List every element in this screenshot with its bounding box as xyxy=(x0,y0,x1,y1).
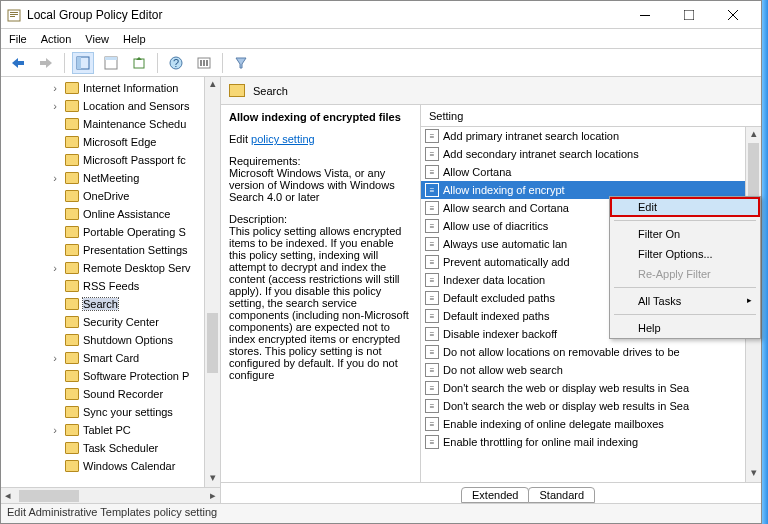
titlebar[interactable]: Local Group Policy Editor xyxy=(1,1,761,29)
context-menu-item[interactable]: All Tasks▸ xyxy=(610,291,760,311)
tree-item[interactable]: RSS Feeds xyxy=(1,277,220,295)
svg-rect-9 xyxy=(40,61,47,65)
tree-item[interactable]: Windows Calendar xyxy=(1,457,220,475)
back-button[interactable] xyxy=(7,52,29,74)
folder-icon xyxy=(65,208,79,220)
minimize-button[interactable] xyxy=(623,1,667,29)
show-tree-button[interactable] xyxy=(72,52,94,74)
tree-item[interactable]: Online Assistance xyxy=(1,205,220,223)
tree-item[interactable]: Sync your settings xyxy=(1,403,220,421)
tab-extended[interactable]: Extended xyxy=(461,487,529,503)
context-menu-item[interactable]: Help xyxy=(610,318,760,338)
list-item[interactable]: ≡Don't search the web or display web res… xyxy=(421,397,745,415)
svg-rect-5 xyxy=(684,10,694,20)
svg-text:?: ? xyxy=(173,57,179,69)
list-item-label: Do not allow locations on removable driv… xyxy=(443,346,680,358)
context-menu-item[interactable]: Filter Options... xyxy=(610,244,760,264)
folder-icon xyxy=(65,82,79,94)
scroll-thumb[interactable] xyxy=(207,313,218,373)
tree-vertical-scrollbar[interactable]: ▴ ▾ xyxy=(204,77,220,487)
list-item[interactable]: ≡Enable indexing of online delegate mail… xyxy=(421,415,745,433)
list-item[interactable]: ≡Add primary intranet search location xyxy=(421,127,745,145)
tree-item[interactable]: Microsoft Edge xyxy=(1,133,220,151)
context-menu-item[interactable]: Edit xyxy=(610,197,760,217)
folder-icon xyxy=(65,172,79,184)
scroll-down-arrow[interactable]: ▾ xyxy=(746,466,761,482)
scroll-up-arrow[interactable]: ▴ xyxy=(205,77,220,93)
tree-item[interactable]: ›Internet Information xyxy=(1,79,220,97)
tree-item[interactable]: Search xyxy=(1,295,220,313)
tab-standard[interactable]: Standard xyxy=(528,487,595,503)
tree-item[interactable]: ›Remote Desktop Serv xyxy=(1,259,220,277)
folder-icon xyxy=(229,84,245,97)
tree-item-label: Sync your settings xyxy=(83,406,173,418)
svg-rect-4 xyxy=(640,15,650,16)
tree-item[interactable]: Task Scheduler xyxy=(1,439,220,457)
tree-item[interactable]: OneDrive xyxy=(1,187,220,205)
tree-item[interactable]: Security Center xyxy=(1,313,220,331)
menu-file[interactable]: File xyxy=(9,33,27,45)
list-item[interactable]: ≡Do not allow web search xyxy=(421,361,745,379)
list-item[interactable]: ≡Allow Cortana xyxy=(421,163,745,181)
properties-button[interactable] xyxy=(100,52,122,74)
tree-item[interactable]: ›Tablet PC xyxy=(1,421,220,439)
tree-item-label: Sound Recorder xyxy=(83,388,163,400)
tree-item-label: Portable Operating S xyxy=(83,226,186,238)
tree-item-label: Search xyxy=(83,298,118,310)
path-header: Search xyxy=(221,77,761,105)
export-button[interactable] xyxy=(128,52,150,74)
folder-icon xyxy=(65,136,79,148)
expand-icon[interactable]: › xyxy=(49,82,61,94)
tree-item[interactable]: Maintenance Schedu xyxy=(1,115,220,133)
svg-rect-13 xyxy=(105,57,117,60)
tree-item[interactable]: Software Protection P xyxy=(1,367,220,385)
filter-button[interactable] xyxy=(230,52,252,74)
list-item-label: Do not allow web search xyxy=(443,364,563,376)
setting-icon: ≡ xyxy=(425,399,439,413)
expand-icon[interactable]: › xyxy=(49,352,61,364)
tree-item[interactable]: Presentation Settings xyxy=(1,241,220,259)
scroll-up-arrow[interactable]: ▴ xyxy=(746,127,761,143)
list-item[interactable]: ≡Do not allow locations on removable dri… xyxy=(421,343,745,361)
setting-icon: ≡ xyxy=(425,417,439,431)
close-button[interactable] xyxy=(711,1,755,29)
tree-item[interactable]: Shutdown Options xyxy=(1,331,220,349)
view-tabs: Extended Standard xyxy=(221,483,761,503)
maximize-button[interactable] xyxy=(667,1,711,29)
context-menu-item[interactable]: Filter On xyxy=(610,224,760,244)
list-item[interactable]: ≡Enable throttling for online mail index… xyxy=(421,433,745,451)
expand-icon[interactable]: › xyxy=(49,424,61,436)
tree-horizontal-scrollbar[interactable]: ◂ ▸ xyxy=(1,487,220,503)
setting-icon: ≡ xyxy=(425,183,439,197)
tree-item[interactable]: ›Smart Card xyxy=(1,349,220,367)
options-button[interactable] xyxy=(193,52,215,74)
expand-icon[interactable]: › xyxy=(49,262,61,274)
tree-item-label: Smart Card xyxy=(83,352,139,364)
tree-item-label: Tablet PC xyxy=(83,424,131,436)
tree-item[interactable]: ›NetMeeting xyxy=(1,169,220,187)
main-window: Local Group Policy Editor File Action Vi… xyxy=(0,0,762,524)
help-button[interactable]: ? xyxy=(165,52,187,74)
folder-icon xyxy=(65,100,79,112)
context-menu[interactable]: EditFilter OnFilter Options...Re-Apply F… xyxy=(609,196,761,339)
list-item-label: Disable indexer backoff xyxy=(443,328,557,340)
folder-icon xyxy=(65,244,79,256)
tree[interactable]: ›Internet Information›Location and Senso… xyxy=(1,77,220,487)
scroll-down-arrow[interactable]: ▾ xyxy=(205,471,220,487)
expand-icon[interactable]: › xyxy=(49,100,61,112)
menu-view[interactable]: View xyxy=(85,33,109,45)
menu-action[interactable]: Action xyxy=(41,33,72,45)
settings-list-header[interactable]: Setting xyxy=(421,105,761,127)
menu-help[interactable]: Help xyxy=(123,33,146,45)
tree-item[interactable]: Sound Recorder xyxy=(1,385,220,403)
folder-icon xyxy=(65,406,79,418)
tree-item[interactable]: Portable Operating S xyxy=(1,223,220,241)
tree-item[interactable]: Microsoft Passport fc xyxy=(1,151,220,169)
list-item[interactable]: ≡Add secondary intranet search locations xyxy=(421,145,745,163)
scroll-thumb[interactable] xyxy=(19,490,79,502)
edit-policy-link[interactable]: policy setting xyxy=(251,133,315,145)
tree-item[interactable]: ›Location and Sensors xyxy=(1,97,220,115)
forward-button[interactable] xyxy=(35,52,57,74)
list-item[interactable]: ≡Don't search the web or display web res… xyxy=(421,379,745,397)
expand-icon[interactable]: › xyxy=(49,172,61,184)
